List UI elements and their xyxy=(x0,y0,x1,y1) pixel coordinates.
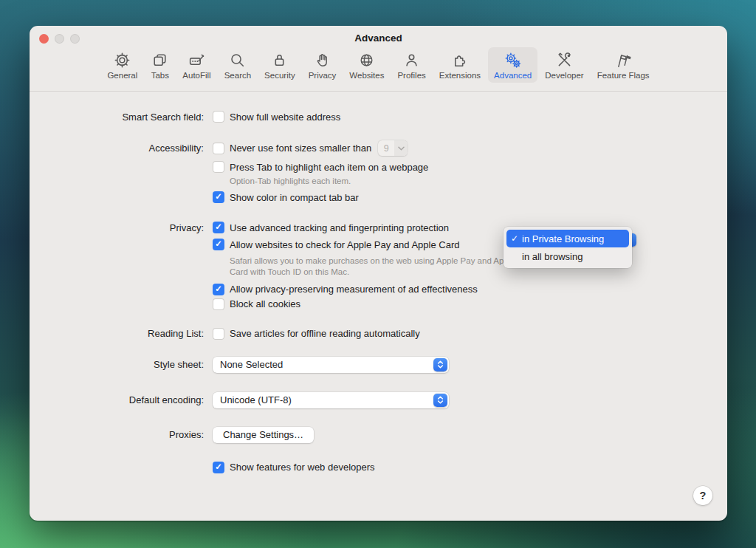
apple-pay-checkbox[interactable]: Allow websites to check for Apple Pay an… xyxy=(213,239,459,250)
checkbox-label: Use advanced tracking and fingerprinting… xyxy=(230,222,449,233)
tracking-protection-menu: ✓ in Private Browsing in all browsing xyxy=(504,227,632,268)
checkbox-box[interactable] xyxy=(213,239,224,250)
press-tab-subtext: Option-Tab highlights each item. xyxy=(230,176,351,187)
tab-label: AutoFill xyxy=(182,71,210,80)
block-cookies-checkbox[interactable]: Block all cookies xyxy=(213,298,300,310)
menu-item-private-browsing[interactable]: ✓ in Private Browsing xyxy=(506,230,629,247)
style-sheet-row: Style sheet: None Selected xyxy=(30,357,727,373)
reading-list-label: Reading List: xyxy=(30,328,213,339)
tab-privacy[interactable]: Privacy xyxy=(303,47,343,83)
change-settings-button[interactable]: Change Settings… xyxy=(213,427,314,443)
menu-item-all-browsing[interactable]: in all browsing xyxy=(506,247,629,265)
press-tab-subtext-row: Option-Tab highlights each item. xyxy=(30,176,727,187)
press-tab-row: Press Tab to highlight each item on a we… xyxy=(30,161,727,173)
gear-icon xyxy=(113,51,131,69)
tab-label: Feature Flags xyxy=(597,71,650,80)
min-font-checkbox[interactable]: Never use font sizes smaller than xyxy=(213,143,371,154)
proxies-label: Proxies: xyxy=(30,429,213,440)
ad-measurement-checkbox[interactable]: Allow privacy-preserving measurement of … xyxy=(213,284,478,295)
tab-label: Advanced xyxy=(494,71,532,80)
checkbox-box[interactable] xyxy=(213,222,224,233)
press-tab-checkbox[interactable]: Press Tab to highlight each item on a we… xyxy=(213,161,428,173)
tab-advanced[interactable]: Advanced xyxy=(488,47,537,83)
tools-icon xyxy=(555,51,574,69)
updown-chevron-icon xyxy=(433,358,447,371)
flags-icon xyxy=(614,51,633,69)
show-features-checkbox[interactable]: Show features for web developers xyxy=(213,462,375,473)
smart-search-row: Smart Search field: Show full website ad… xyxy=(30,111,727,123)
tab-websites[interactable]: Websites xyxy=(343,47,390,83)
smart-search-label: Smart Search field: xyxy=(30,112,213,123)
style-sheet-select[interactable]: None Selected xyxy=(213,357,449,373)
tab-label: Privacy xyxy=(309,71,337,80)
checkbox-box[interactable] xyxy=(213,143,224,154)
tab-label: Profiles xyxy=(397,71,425,80)
tab-general[interactable]: General xyxy=(101,47,143,83)
checkbox-box[interactable] xyxy=(213,328,224,340)
checkbox-box[interactable] xyxy=(213,462,224,473)
style-sheet-label: Style sheet: xyxy=(30,359,213,370)
tab-label: Developer xyxy=(545,71,583,80)
reading-list-row: Reading List: Save articles for offline … xyxy=(30,328,727,340)
checkbox-label: Block all cookies xyxy=(230,298,300,309)
checkbox-label: Save articles for offline reading automa… xyxy=(230,328,420,339)
tab-developer[interactable]: Developer xyxy=(539,47,589,83)
apple-pay-subtext: Safari allows you to make purchases on t… xyxy=(230,256,519,278)
checkbox-label: Allow privacy-preserving measurement of … xyxy=(230,284,478,295)
default-encoding-value: Unicode (UTF-8) xyxy=(220,394,292,405)
settings-toolbar: General Tabs AutoFill Search Security Pr xyxy=(30,47,727,83)
default-encoding-row: Default encoding: Unicode (UTF-8) xyxy=(30,392,727,408)
compact-tab-color-checkbox[interactable]: Show color in compact tab bar xyxy=(213,191,359,203)
tabs-icon xyxy=(151,51,169,69)
default-encoding-label: Default encoding: xyxy=(30,394,213,405)
autofill-icon xyxy=(188,51,206,69)
min-font-size-select[interactable]: 9 xyxy=(378,140,408,156)
default-encoding-select[interactable]: Unicode (UTF-8) xyxy=(213,392,449,408)
checkbox-box[interactable] xyxy=(213,161,224,173)
puzzle-icon xyxy=(450,51,469,69)
proxies-row: Proxies: Change Settings… xyxy=(30,427,727,443)
help-button[interactable]: ? xyxy=(693,486,712,505)
tracking-protection-checkbox[interactable]: Use advanced tracking and fingerprinting… xyxy=(213,222,449,233)
checkbox-label: Allow websites to check for Apple Pay an… xyxy=(230,239,459,250)
show-full-address-checkbox[interactable]: Show full website address xyxy=(213,111,340,123)
tab-search[interactable]: Search xyxy=(219,47,257,83)
tab-profiles[interactable]: Profiles xyxy=(391,47,431,83)
style-sheet-value: None Selected xyxy=(220,359,283,370)
globe-icon xyxy=(357,51,376,69)
tab-extensions[interactable]: Extensions xyxy=(433,47,487,83)
checkmark-icon: ✓ xyxy=(511,233,522,244)
window-header: Advanced General Tabs AutoFill Search Se… xyxy=(30,26,727,92)
updown-chevron-icon xyxy=(433,394,447,407)
accessibility-label: Accessibility: xyxy=(30,143,213,154)
tab-label: Tabs xyxy=(151,71,169,80)
block-cookies-row: Block all cookies xyxy=(30,298,727,310)
tab-label: Search xyxy=(224,71,251,80)
min-font-size-value: 9 xyxy=(378,143,394,154)
lock-icon xyxy=(270,51,289,69)
tab-tabs[interactable]: Tabs xyxy=(145,47,175,83)
checkbox-box[interactable] xyxy=(213,284,224,295)
tab-label: General xyxy=(107,71,137,80)
settings-content: Smart Search field: Show full website ad… xyxy=(30,111,727,473)
checkbox-box[interactable] xyxy=(213,111,224,123)
checkbox-label: Show full website address xyxy=(230,112,340,123)
checkbox-label: Show color in compact tab bar xyxy=(230,192,359,203)
checkbox-label: Show features for web developers xyxy=(230,462,375,473)
checkbox-box[interactable] xyxy=(213,298,224,310)
ad-measurement-row: Allow privacy-preserving measurement of … xyxy=(30,284,727,295)
tab-feature-flags[interactable]: Feature Flags xyxy=(591,47,656,83)
menu-item-label: in Private Browsing xyxy=(522,233,604,244)
privacy-label: Privacy: xyxy=(30,222,213,233)
save-offline-checkbox[interactable]: Save articles for offline reading automa… xyxy=(213,328,420,340)
checkbox-box[interactable] xyxy=(213,191,224,203)
checkbox-label: Press Tab to highlight each item on a we… xyxy=(230,162,428,173)
tab-autofill[interactable]: AutoFill xyxy=(176,47,216,83)
web-developer-row: Show features for web developers xyxy=(30,462,727,473)
compact-tab-color-row: Show color in compact tab bar xyxy=(30,191,727,203)
person-icon xyxy=(402,51,421,69)
chevron-down-icon xyxy=(394,140,408,156)
tab-label: Security xyxy=(264,71,295,80)
tab-label: Extensions xyxy=(439,71,481,80)
tab-security[interactable]: Security xyxy=(258,47,301,83)
